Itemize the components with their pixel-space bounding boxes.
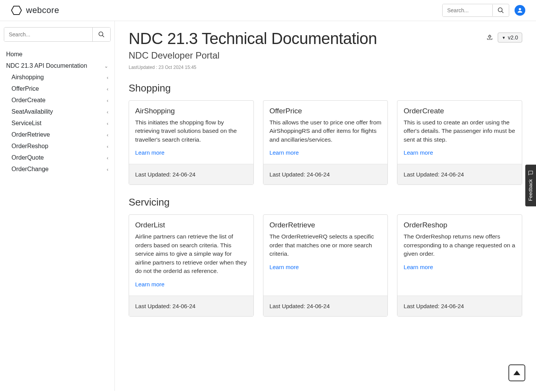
user-avatar[interactable] <box>515 5 525 16</box>
sidebar: Home NDC 21.3 API Documentation ⌄ Airsho… <box>0 21 115 391</box>
page-header: NDC 21.3 Technical Documentation ▼ v2.0 <box>129 29 522 48</box>
card-desc: This allows the user to price one offer … <box>270 118 382 144</box>
nav-item-label: OrderQuote <box>11 154 44 161</box>
page-actions: ▼ v2.0 <box>486 33 522 42</box>
share-button[interactable] <box>486 34 493 41</box>
version-select[interactable]: ▼ v2.0 <box>498 33 522 42</box>
user-icon <box>516 7 523 14</box>
nav-item-label: ServiceList <box>11 120 41 127</box>
card-title: OfferPrice <box>270 107 382 115</box>
triangle-up-icon <box>513 371 520 375</box>
nav-seatavailability[interactable]: SeatAvailability‹ <box>4 106 111 118</box>
chevron-down-icon: ⌄ <box>104 63 108 69</box>
card-footer: Last Updated: 24-06-24 <box>129 296 253 316</box>
learn-more-link[interactable]: Learn more <box>404 264 433 270</box>
hexagon-logo-icon <box>11 5 22 16</box>
learn-more-link[interactable]: Learn more <box>404 149 433 156</box>
chevron-left-icon: ‹ <box>107 121 108 126</box>
card-orderretrieve: OrderRetrieve The OrderRetrieveRQ select… <box>263 214 388 316</box>
chevron-left-icon: ‹ <box>107 155 108 161</box>
chevron-left-icon: ‹ <box>107 144 108 149</box>
learn-more-link[interactable]: Learn more <box>270 149 299 156</box>
top-search-input[interactable] <box>443 4 492 16</box>
share-icon <box>486 34 493 41</box>
search-icon <box>497 7 504 14</box>
learn-more-link[interactable]: Learn more <box>135 149 165 156</box>
nav-orderchange[interactable]: OrderChange‹ <box>4 163 111 175</box>
chevron-left-icon: ‹ <box>107 109 108 115</box>
card-footer: Last Updated: 24-06-24 <box>129 164 253 185</box>
nav-ordercreate[interactable]: OrderCreate‹ <box>4 95 111 106</box>
chevron-left-icon: ‹ <box>107 167 108 172</box>
nav-root[interactable]: NDC 21.3 API Documentation ⌄ <box>4 60 111 72</box>
card-orderlist: OrderList Airline partners can retrieve … <box>129 214 254 316</box>
svg-marker-0 <box>11 6 21 15</box>
chevron-left-icon: ‹ <box>107 86 108 92</box>
caret-down-icon: ▼ <box>502 36 506 40</box>
card-desc: The OrderRetrieveRQ selects a specific o… <box>270 232 382 258</box>
search-icon <box>98 31 105 38</box>
nav-offerprice[interactable]: OfferPrice‹ <box>4 83 111 95</box>
main-content: NDC 21.3 Technical Documentation ▼ v2.0 … <box>115 21 536 391</box>
section-shopping-title: Shopping <box>129 82 522 94</box>
nav-home[interactable]: Home <box>4 49 111 60</box>
card-orderreshop: OrderReshop The OrderReshop returns new … <box>397 214 522 316</box>
card-title: AirShopping <box>135 107 247 115</box>
feedback-tab[interactable]: Feedback <box>525 165 536 206</box>
card-footer: Last Updated: 24-06-24 <box>397 164 522 185</box>
card-title: OrderList <box>135 221 247 229</box>
top-search <box>442 4 509 17</box>
nav-item-label: OrderCreate <box>11 97 46 104</box>
card-footer: Last Updated: 24-06-24 <box>397 296 522 316</box>
svg-point-3 <box>519 8 521 10</box>
card-footer: Last Updated: 24-06-24 <box>263 296 388 316</box>
page-last-updated: LastUpdated : 23 Oct 2024 15:45 <box>129 65 522 70</box>
nav-item-label: OrderRetrieve <box>11 131 50 138</box>
card-desc: The OrderReshop returns new offers corre… <box>404 232 516 258</box>
feedback-label: Feedback <box>528 179 534 201</box>
top-search-button[interactable] <box>492 5 509 16</box>
chevron-left-icon: ‹ <box>107 132 108 138</box>
section-servicing-title: Servicing <box>129 196 522 208</box>
sidebar-search-button[interactable] <box>92 28 110 41</box>
svg-line-2 <box>502 11 503 13</box>
chevron-left-icon: ‹ <box>107 75 108 80</box>
shopping-grid: AirShopping This initiates the shopping … <box>129 100 522 185</box>
card-desc: Airline partners can retrieve the list o… <box>135 232 247 275</box>
nav-item-label: OrderReshop <box>11 143 48 150</box>
card-desc: This initiates the shopping flow by retr… <box>135 118 247 144</box>
nav-orderretrieve[interactable]: OrderRetrieve‹ <box>4 129 111 140</box>
nav-item-label: Airshopping <box>11 74 44 81</box>
learn-more-link[interactable]: Learn more <box>270 264 299 270</box>
nav-servicelist[interactable]: ServiceList‹ <box>4 118 111 129</box>
topbar: webcore <box>0 0 536 21</box>
card-airshopping: AirShopping This initiates the shopping … <box>129 100 254 185</box>
page-title: NDC 21.3 Technical Documentation <box>129 29 377 48</box>
svg-point-1 <box>498 8 502 12</box>
servicing-grid: OrderList Airline partners can retrieve … <box>129 214 522 316</box>
nav-item-label: OfferPrice <box>11 85 39 92</box>
version-label: v2.0 <box>508 34 518 41</box>
card-title: OrderRetrieve <box>270 221 382 229</box>
sidebar-search <box>4 27 111 42</box>
nav-orderreshop[interactable]: OrderReshop‹ <box>4 140 111 152</box>
nav-airshopping[interactable]: Airshopping‹ <box>4 72 111 83</box>
chat-icon <box>528 170 534 176</box>
svg-line-5 <box>102 35 104 37</box>
chevron-left-icon: ‹ <box>107 98 108 103</box>
nav-item-label: OrderChange <box>11 166 49 173</box>
card-offerprice: OfferPrice This allows the user to price… <box>263 100 388 185</box>
nav-item-label: SeatAvailability <box>11 108 53 115</box>
page-subtitle: NDC Developer Portal <box>129 50 522 61</box>
sidebar-search-input[interactable] <box>4 28 92 41</box>
learn-more-link[interactable]: Learn more <box>135 281 165 287</box>
nav-item-label: NDC 21.3 API Documentation <box>6 62 87 69</box>
card-desc: This is used to create an order using th… <box>404 118 516 144</box>
topbar-right <box>442 4 525 17</box>
scroll-top-button[interactable] <box>508 364 525 381</box>
brand[interactable]: webcore <box>11 5 59 16</box>
brand-name: webcore <box>26 5 59 15</box>
card-title: OrderReshop <box>404 221 516 229</box>
nav-orderquote[interactable]: OrderQuote‹ <box>4 152 111 163</box>
card-title: OrderCreate <box>404 107 516 115</box>
